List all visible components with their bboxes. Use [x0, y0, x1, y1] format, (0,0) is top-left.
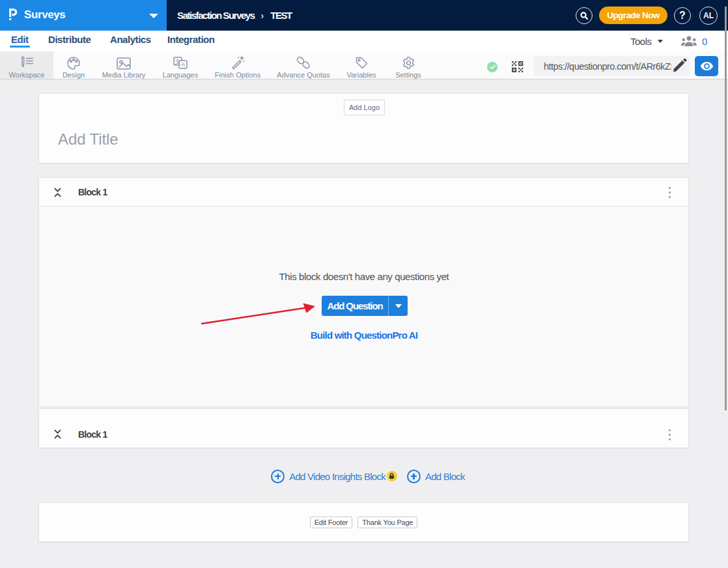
svg-text:文: 文 [175, 59, 180, 65]
svg-text:A: A [180, 61, 184, 68]
